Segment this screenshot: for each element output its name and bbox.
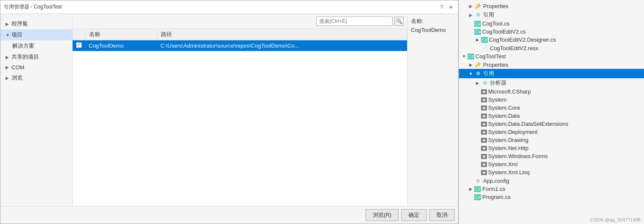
sidebar-item-solution[interactable]: 解决方案 [0, 40, 72, 51]
tree-label-designer: CogToolEditV2.Designer.cs [489, 37, 556, 43]
tree-label-system-xml-linq: System.Xml.Linq [488, 169, 530, 176]
ref-xmllinq-icon: ■ [481, 170, 487, 175]
sidebar-item-shared[interactable]: ▶ 共享的项目 [0, 51, 72, 62]
reference-manager-dialog: 引用管理器 - CogToolTest ? ✕ ▶ 程序集 ▼ 项目 解决方案 [0, 0, 458, 224]
dialog-body: ▶ 程序集 ▼ 项目 解决方案 ▶ 共享的项目 ▶ COM [0, 14, 458, 206]
tree-label-system-xml: System.Xml [488, 161, 517, 167]
tree-label-form1: Form1.cs [482, 186, 505, 192]
tree-item-form1[interactable]: ▶ C# Form1.cs [459, 185, 644, 193]
checkbox-checked-icon [76, 42, 82, 48]
analyzer-icon: ⚙ [481, 79, 489, 86]
ref-2-icon: ⚙ [474, 70, 482, 77]
expand-arrow: ▶ [467, 13, 474, 17]
dialog-titlebar: 引用管理器 - CogToolTest ? ✕ [0, 0, 458, 14]
ref-data-icon: ■ [481, 113, 487, 119]
search-button[interactable]: 🔍 [394, 17, 404, 26]
tree-item-program-cs[interactable]: C# Program.cs [459, 193, 644, 201]
cs-icon: C# [474, 21, 481, 27]
tree-label-cogtooltest: CogToolTest [475, 53, 506, 60]
expand-arrow: ▶ [467, 4, 474, 9]
tree-label-program-cs: Program.cs [482, 194, 510, 200]
tree-item-system[interactable]: ■ System [459, 96, 644, 104]
dialog-footer: 浏览(R) 确定 取消 [0, 206, 458, 224]
tree-item-cogtooltest[interactable]: ▼ C# CogToolTest [459, 52, 644, 60]
tree-item-ms-csharp[interactable]: ■ Microsoft.CSharp [459, 88, 644, 96]
tree-label-system-nethttp: System.Net.Http [488, 145, 529, 151]
sidebar-section: ▶ 程序集 ▼ 项目 解决方案 ▶ 共享的项目 ▶ COM [0, 17, 72, 84]
dialog-title: 引用管理器 - CogToolTest [4, 3, 62, 11]
help-button[interactable]: ? [438, 3, 445, 11]
tree-label-system-core: System.Core [488, 105, 520, 111]
tree-item-properties-1[interactable]: ▶ 🔑 Properties [459, 2, 644, 10]
ref-system-icon: ■ [481, 97, 487, 102]
col-header-path: 路径 [157, 29, 407, 40]
ref-ms-icon: ■ [481, 89, 487, 94]
table-row[interactable]: CogToolDemo C:\Users\Administrator\sourc… [73, 40, 407, 51]
tree-label-app-config: App.config [483, 178, 509, 184]
tree-label-system-deployment: System.Deployment [488, 129, 537, 135]
expand-arrow: ▶ [474, 81, 481, 85]
expand-arrow: ▶ [467, 62, 474, 67]
close-button[interactable]: ✕ [447, 3, 455, 11]
watermark: CSDN @qq_924771498 [459, 215, 644, 224]
tree-item-system-nethttp[interactable]: ■ System.Net.Http [459, 144, 644, 152]
tree-label-properties-1: Properties [483, 3, 508, 9]
ref-dataext-icon: ■ [481, 122, 487, 127]
tree-item-ref-2[interactable]: ▼ ⚙ 引用 [459, 69, 644, 78]
col-header-name: 名称 [85, 29, 157, 40]
dialog-right-panel: 名称: CogToolDemo [407, 14, 458, 206]
tree-item-cogtool-editv2[interactable]: C# CogToolEditV2.cs [459, 28, 644, 36]
expand-arrow: ▼ [461, 54, 467, 59]
cs-designer-icon: C# [481, 37, 488, 43]
tree-label-system-drawing: System.Drawing [488, 137, 529, 143]
sidebar-item-com[interactable]: ▶ COM [0, 62, 72, 72]
expand-icon: ▶ [6, 22, 10, 26]
tree-item-ref-1[interactable]: ▶ ⚙ 引用 [459, 10, 644, 20]
titlebar-buttons: ? ✕ [438, 3, 455, 11]
tree-item-designer-cs[interactable]: ▶ C# CogToolEditV2.Designer.cs [459, 36, 644, 44]
sidebar-item-com-label: COM [11, 64, 24, 71]
tree-item-system-deployment[interactable]: ■ System.Deployment [459, 128, 644, 136]
tree-item-properties-2[interactable]: ▶ 🔑 Properties [459, 60, 644, 69]
tree-label-ms-csharp: Microsoft.CSharp [488, 88, 531, 95]
tree-item-system-xml[interactable]: ■ System.Xml [459, 160, 644, 168]
row-checkbox[interactable] [73, 40, 85, 51]
tree-item-system-core[interactable]: ■ System.Core [459, 104, 644, 112]
ref-nethttp-icon: ■ [481, 146, 487, 151]
search-bar: 🔍 [73, 14, 407, 29]
solution-explorer-panel: ▶ 🔑 Properties ▶ ⚙ 引用 C# CogTool.cs C# C… [458, 0, 644, 224]
tree-item-analyzer[interactable]: ▶ ⚙ 分析器 [459, 78, 644, 88]
sidebar-item-browse[interactable]: ▶ 浏览 [0, 72, 72, 83]
sidebar-item-project[interactable]: ▼ 项目 [0, 29, 72, 40]
tree-item-system-drawing[interactable]: ■ System.Drawing [459, 136, 644, 144]
row-name: CogToolDemo [85, 40, 157, 51]
tree-item-cogtool-cs[interactable]: C# CogTool.cs [459, 20, 644, 28]
cogtooltest-icon: C# [467, 54, 474, 60]
cs-edit-icon: C# [474, 29, 481, 35]
cancel-button[interactable]: 取消 [429, 209, 455, 221]
expand-arrow: ▼ [467, 71, 474, 76]
expand-arrow: ▶ [467, 187, 474, 191]
reference-table-container: 名称 路径 CogToolDemo C:\Users\Administrator… [73, 29, 407, 206]
tree-item-app-config[interactable]: ⚙ App.config [459, 176, 644, 185]
sidebar-item-project-label: 项目 [11, 31, 22, 39]
tree-item-system-data[interactable]: ■ System.Data [459, 112, 644, 120]
config-icon: ⚙ [474, 177, 482, 184]
tree-label-ref-1: 引用 [483, 11, 494, 19]
expand-icon-shared: ▶ [6, 55, 10, 60]
tree-label-cogtool-editv2: CogToolEditV2.cs [482, 28, 526, 35]
name-label: 名称: [411, 17, 455, 25]
sidebar-item-assemblies[interactable]: ▶ 程序集 [0, 18, 72, 29]
tree-item-system-xml-linq[interactable]: ■ System.Xml.Linq [459, 168, 644, 176]
browse-button[interactable]: 浏览(R) [366, 209, 399, 221]
ref-drawing-icon: ■ [481, 138, 487, 143]
tree-item-system-winforms[interactable]: ■ System.Windows.Forms [459, 152, 644, 160]
tree-label-analyzer: 分析器 [490, 79, 506, 87]
expand-icon-browse: ▶ [6, 76, 10, 80]
tree-item-resx[interactable]: 📄 CogToolEditV2.resx [459, 44, 644, 52]
ok-button[interactable]: 确定 [401, 209, 427, 221]
tree-item-system-data-ext[interactable]: ■ System.Data.DataSetExtensions [459, 120, 644, 128]
search-input[interactable] [316, 17, 393, 26]
reference-table: 名称 路径 CogToolDemo C:\Users\Administrator… [73, 29, 407, 51]
ref-icon: ⚙ [474, 11, 482, 18]
